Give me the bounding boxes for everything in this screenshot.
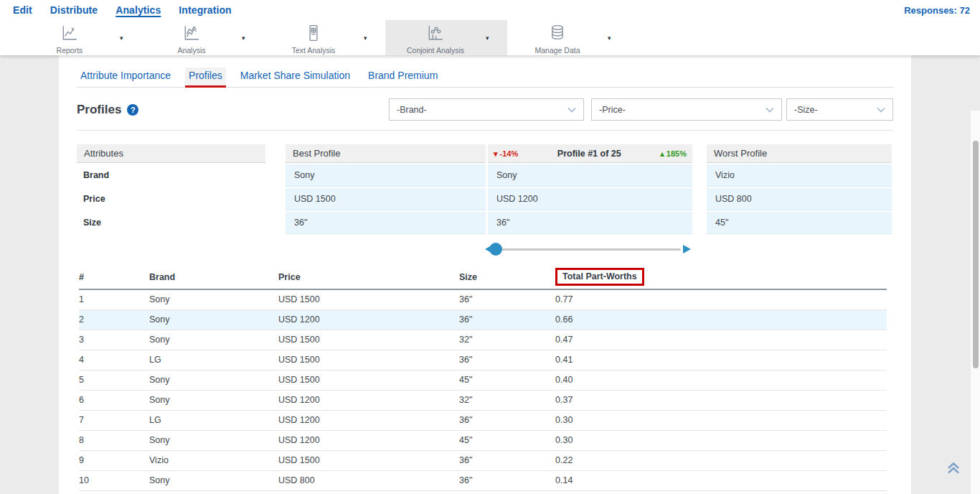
worst-profile-brand: Vizio — [707, 164, 892, 187]
nav-item-integration[interactable]: Integration — [179, 4, 231, 16]
table-row[interactable]: 3 Sony USD 1500 32" 0.47 — [79, 330, 887, 350]
cell-number: 10 — [79, 470, 149, 490]
cell-size: 36" — [459, 450, 555, 470]
caret-down-icon[interactable]: ▾ — [242, 34, 263, 42]
price-filter-value: -Price- — [599, 105, 626, 115]
table-row[interactable]: 2 Sony USD 1200 36" 0.66 — [79, 309, 887, 330]
title-row: Profiles ? -Brand- -Price- -Size- — [77, 98, 893, 131]
chevron-down-icon — [567, 107, 576, 113]
page-title: Profiles — [77, 103, 121, 117]
tab-profiles[interactable]: Profiles — [185, 67, 226, 88]
cell-size: 45" — [459, 430, 555, 450]
cell-total-part-worths: 0.22 — [555, 450, 887, 470]
cell-brand: Sony — [149, 430, 278, 450]
cell-total-part-worths: 0.40 — [555, 370, 887, 390]
cell-number: 7 — [79, 410, 149, 430]
slider-next-arrow-icon[interactable] — [683, 245, 691, 253]
toolbar-item-label: Reports — [57, 46, 83, 55]
price-filter-select[interactable]: -Price- — [591, 98, 782, 121]
cell-total-part-worths: 0.66 — [555, 309, 887, 330]
profile-comparison: Attributes Brand Price Size Best Profile… — [77, 144, 893, 257]
cell-total-part-worths: 0.47 — [555, 330, 887, 350]
cell-number: 2 — [79, 309, 149, 330]
table-row[interactable]: 9 Vizio USD 1500 36" 0.22 — [79, 450, 887, 470]
nav-item-analytics[interactable]: Analytics — [116, 4, 161, 16]
cell-total-part-worths: 0.41 — [555, 350, 887, 370]
cell-total-part-worths: 0.30 — [555, 410, 887, 430]
decrease-badge: ▾ -14% — [494, 144, 518, 163]
cell-total-part-worths: 0.37 — [555, 390, 887, 410]
cell-size: 45" — [459, 370, 555, 390]
scrollbar-thumb[interactable] — [973, 141, 979, 368]
best-profile-brand: Sony — [286, 164, 486, 187]
toolbar-item-text-analysis[interactable]: Text Analysis ▾ — [263, 20, 385, 55]
scroll-to-top-icon[interactable] — [946, 461, 961, 478]
cell-number: 6 — [79, 390, 149, 410]
cell-number: 1 — [79, 289, 149, 309]
nav-item-distribute[interactable]: Distribute — [50, 4, 98, 16]
chevron-down-icon — [877, 107, 885, 113]
annotation-highlight-box: Total Part-Worths — [555, 268, 644, 286]
page-background: Attribute Importance Profiles Market Sha… — [0, 55, 980, 494]
content-panel: Attribute Importance Profiles Market Sha… — [59, 55, 911, 494]
table-row[interactable]: 4 LG USD 1500 36" 0.41 — [79, 350, 887, 370]
attribute-label-brand: Brand — [77, 164, 265, 187]
cell-number: 11 — [79, 490, 149, 494]
toolbar-item-manage-data[interactable]: Manage Data ▾ — [507, 20, 629, 55]
nav-item-edit[interactable]: Edit — [13, 4, 32, 16]
cell-price: USD 1200 — [278, 390, 459, 410]
toolbar-item-conjoint-analysis[interactable]: Conjoint Analysis ▾ — [385, 20, 507, 55]
current-profile-size: 36" — [488, 212, 692, 234]
table-row[interactable]: 5 Sony USD 1500 45" 0.40 — [79, 370, 887, 390]
table-row[interactable]: 11 LG USD 1500 32" 0.12 — [79, 490, 887, 494]
tab-brand-premium[interactable]: Brand Premium — [364, 67, 441, 88]
cell-size: 36" — [459, 350, 555, 370]
table-row[interactable]: 10 Sony USD 800 36" 0.14 — [79, 470, 887, 490]
vertical-scrollbar[interactable] — [970, 111, 980, 494]
caret-down-icon[interactable]: ▾ — [486, 34, 507, 42]
table-row[interactable]: 6 Sony USD 1200 32" 0.37 — [79, 390, 887, 410]
cell-brand: Sony — [149, 289, 278, 309]
table-row[interactable]: 1 Sony USD 1500 36" 0.77 — [79, 289, 887, 309]
help-icon[interactable]: ? — [127, 104, 138, 116]
attribute-label-price: Price — [77, 188, 265, 210]
tab-attribute-importance[interactable]: Attribute Importance — [77, 67, 174, 88]
caret-down-icon[interactable]: ▾ — [608, 34, 629, 42]
best-profile-size: 36" — [286, 212, 486, 234]
cell-size: 32" — [459, 390, 555, 410]
cell-size: 32" — [459, 490, 555, 494]
table-row[interactable]: 7 LG USD 1200 36" 0.30 — [79, 410, 887, 430]
chevron-down-icon — [765, 107, 774, 113]
toolbar-item-label: Text Analysis — [292, 46, 336, 55]
cell-price: USD 1200 — [278, 430, 459, 450]
conjoint-chart-icon — [427, 24, 444, 45]
responses-count[interactable]: Responses: 72 — [904, 5, 970, 16]
caret-down-icon[interactable]: ▾ — [364, 34, 385, 42]
database-icon — [549, 24, 566, 45]
cell-size: 36" — [459, 309, 555, 330]
cell-number: 4 — [79, 350, 149, 370]
caret-down-icon[interactable]: ▾ — [120, 34, 141, 42]
line-chart-icon — [61, 24, 78, 45]
increase-badge: ▴ 185% — [660, 144, 687, 163]
tab-market-share-simulation[interactable]: Market Share Simulation — [237, 67, 354, 88]
toolbar-item-analysis[interactable]: Analysis ▾ — [141, 20, 263, 55]
size-filter-select[interactable]: -Size- — [786, 98, 893, 121]
cell-brand: Sony — [149, 370, 278, 390]
cell-size: 36" — [459, 470, 555, 490]
cell-number: 8 — [79, 430, 149, 450]
cell-brand: Sony — [149, 309, 278, 330]
toolbar-item-label: Manage Data — [534, 46, 580, 55]
cell-price: USD 1500 — [278, 450, 459, 470]
slider-track[interactable] — [493, 248, 681, 251]
current-profile-price: USD 1200 — [488, 188, 692, 210]
attribute-label-size: Size — [77, 212, 265, 234]
brand-filter-select[interactable]: -Brand- — [389, 98, 584, 121]
table-row[interactable]: 8 Sony USD 1200 45" 0.30 — [79, 430, 887, 450]
cell-price: USD 1500 — [278, 370, 459, 390]
toolbar-item-reports[interactable]: Reports ▾ — [19, 20, 141, 55]
best-profile-price: USD 1500 — [286, 188, 486, 210]
slider-handle[interactable] — [489, 243, 502, 256]
best-profile-column: Best Profile Sony USD 1500 36" — [286, 144, 486, 257]
cell-brand: Sony — [149, 470, 278, 490]
